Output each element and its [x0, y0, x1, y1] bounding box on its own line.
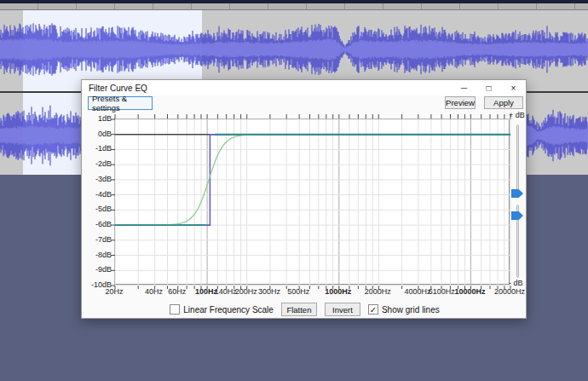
dialog-bottom-controls: Linear Frequency Scale Flatten Invert ✓ …	[82, 302, 527, 317]
db-max-slider-thumb[interactable]	[511, 189, 523, 198]
apply-button[interactable]: Apply	[484, 96, 523, 109]
x-axis-label: 200Hz	[235, 287, 257, 296]
x-axis-label: 1000Hz	[325, 287, 351, 296]
db-min-label: - dB	[509, 279, 523, 287]
db-min-slider-thumb[interactable]	[511, 211, 523, 220]
x-axis-label: 500Hz	[287, 287, 309, 296]
x-axis-label: 6100Hz	[429, 287, 455, 296]
linear-frequency-scale-label: Linear Frequency Scale	[183, 305, 274, 315]
y-axis-labels: 1dB0dB-1dB-2dB-3dB-4dB-5dB-6dB-7dB-8dB-9…	[84, 80, 112, 320]
filter-curve-eq-dialog: Filter Curve EQ ─ □ × Presets & settings…	[81, 79, 527, 319]
x-axis-labels: 20Hz40Hz60Hz100Hz140Hz200Hz300Hz500Hz100…	[82, 287, 527, 297]
y-axis-label: -6dB	[95, 220, 112, 228]
linear-frequency-scale-checkbox[interactable]	[170, 304, 180, 315]
x-axis-label: 300Hz	[258, 287, 280, 296]
y-axis-label: -4dB	[95, 190, 112, 199]
audacity-window: Filter Curve EQ ─ □ × Presets & settings…	[0, 0, 588, 381]
timeline-ruler[interactable]	[0, 3, 588, 10]
y-axis-label: -2dB	[95, 159, 112, 168]
eq-curve-plot	[115, 119, 510, 286]
x-axis-label: 20Hz	[105, 287, 123, 296]
minimize-icon[interactable]: ─	[452, 80, 476, 95]
x-axis-label: 40Hz	[145, 287, 163, 296]
show-grid-lines-option[interactable]: ✓ Show grid lines	[368, 304, 440, 315]
y-axis-label: -5dB	[95, 205, 112, 213]
show-grid-lines-label: Show grid lines	[382, 305, 440, 315]
y-axis-label: -3dB	[95, 175, 112, 183]
y-axis-label: -1dB	[95, 144, 112, 153]
maximize-icon[interactable]: □	[476, 80, 501, 95]
x-axis-label: 10000Hz	[454, 287, 485, 296]
flatten-button[interactable]: Flatten	[281, 303, 317, 316]
show-grid-lines-checkbox[interactable]: ✓	[368, 304, 378, 315]
y-axis-label: -9dB	[95, 265, 112, 274]
invert-button[interactable]: Invert	[325, 303, 360, 316]
close-icon[interactable]: ×	[501, 80, 526, 95]
x-axis-label: 20000Hz	[494, 287, 525, 296]
preview-button[interactable]: Preview	[445, 96, 476, 109]
db-max-slider[interactable]	[516, 124, 519, 196]
y-axis-label: -7dB	[95, 235, 112, 244]
linear-frequency-scale-option[interactable]: Linear Frequency Scale	[170, 304, 274, 315]
x-axis-label: 4000Hz	[404, 287, 430, 296]
y-axis-label: -8dB	[95, 251, 112, 259]
dialog-titlebar[interactable]: Filter Curve EQ ─ □ ×	[82, 80, 526, 95]
x-axis-label: 2000Hz	[365, 287, 391, 296]
y-axis-label: 1dB	[98, 114, 112, 123]
window-controls: ─ □ ×	[452, 80, 526, 95]
y-axis-label: 0dB	[98, 130, 112, 138]
x-axis-label: 140Hz	[215, 287, 237, 296]
x-axis-label: 60Hz	[168, 287, 186, 296]
db-max-label: + dB	[509, 111, 525, 119]
eq-graph[interactable]	[114, 118, 510, 285]
